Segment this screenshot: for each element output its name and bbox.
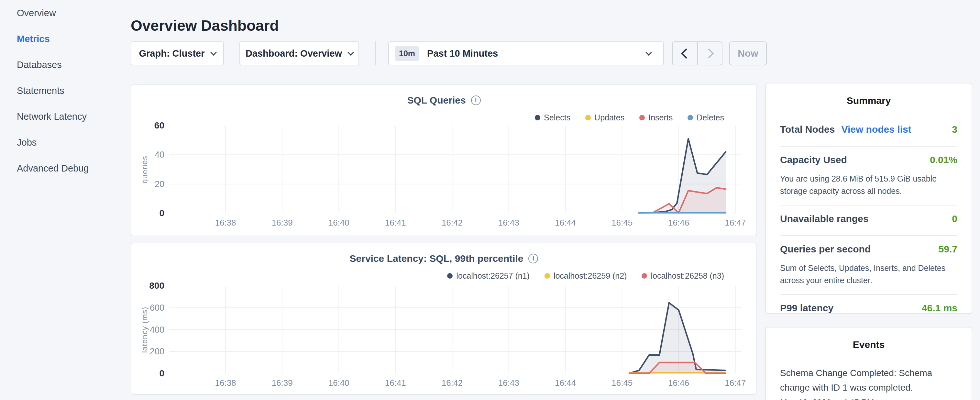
sidebar-item-databases[interactable]: Databases: [17, 59, 126, 70]
x-tick-label: 16:43: [489, 218, 528, 228]
legend-label: Deletes: [697, 113, 724, 122]
legend-item[interactable]: Inserts: [639, 113, 673, 122]
y-tick-label: 20: [137, 179, 164, 189]
chart-title-row: SQL Queries: [131, 95, 756, 106]
event-message: Schema Change Completed: Schema change w…: [780, 366, 935, 395]
y-tick-label: 0: [137, 208, 164, 218]
legend-dot-icon: [639, 115, 645, 120]
summary-row-label: P99 latency: [780, 303, 834, 314]
info-icon[interactable]: [471, 96, 481, 105]
sidebar-item-metrics[interactable]: Metrics: [17, 33, 126, 45]
service-latency-chart-card: Service Latency: SQL, 99th percentile lo…: [131, 243, 757, 395]
sql-queries-plot[interactable]: queries 020406016:3816:3916:4016:4116:42…: [169, 126, 741, 213]
next-time-button[interactable]: [697, 42, 722, 65]
sidebar-item-jobs[interactable]: Jobs: [17, 137, 126, 148]
summary-row-queries-per-second: Queries per second 59.7: [780, 244, 957, 258]
service-latency-plot[interactable]: latency (ms) 020040060080016:3816:3916:4…: [169, 286, 741, 373]
sidebar-item-statements[interactable]: Statements: [17, 85, 126, 96]
x-tick-label: 16:47: [716, 378, 755, 388]
graph-scope-dropdown[interactable]: Graph: Cluster: [131, 41, 224, 65]
graph-scope-dropdown-label: Graph: Cluster: [139, 48, 204, 59]
chart-legend: localhost:26257 (n1)localhost:26259 (n2)…: [447, 271, 724, 280]
dashboard-dropdown[interactable]: Dashboard: Overview: [239, 41, 359, 65]
y-tick-label: 60: [137, 120, 164, 131]
info-icon[interactable]: [528, 254, 538, 263]
x-tick-label: 16:45: [603, 378, 641, 388]
now-button[interactable]: Now: [729, 41, 767, 65]
summary-panel: Summary Total Nodes View nodes list 3 Ca…: [765, 83, 972, 314]
chart-title: SQL Queries: [407, 95, 466, 106]
divider: [780, 205, 957, 206]
time-range-dropdown[interactable]: 10m Past 10 Minutes: [388, 41, 664, 65]
divider: [780, 294, 957, 295]
summary-row-value: 0: [952, 213, 957, 224]
time-step-buttons: [672, 41, 722, 65]
sidebar-item-network-latency[interactable]: Network Latency: [17, 111, 126, 122]
summary-row-total-nodes: Total Nodes View nodes list 3: [780, 124, 957, 138]
x-tick-label: 16:44: [546, 378, 585, 388]
events-heading: Events: [780, 339, 957, 350]
y-tick-label: 600: [137, 303, 164, 313]
legend-item[interactable]: Selects: [535, 113, 570, 122]
legend-label: localhost:26257 (n1): [456, 271, 530, 280]
y-tick-label: 0: [137, 368, 164, 379]
y-axis-label: queries: [140, 131, 150, 209]
x-tick-label: 16:41: [376, 218, 415, 228]
legend-label: localhost:26258 (n3): [651, 271, 724, 280]
x-tick-label: 16:39: [263, 218, 302, 228]
legend-dot-icon: [687, 115, 693, 120]
chevron-left-icon: [681, 48, 691, 59]
legend-item[interactable]: localhost:26257 (n1): [447, 271, 530, 280]
y-tick-label: 200: [137, 346, 164, 357]
summary-row-label: Total Nodes: [780, 124, 835, 135]
view-nodes-list-link[interactable]: View nodes list: [841, 124, 911, 135]
legend-dot-icon: [535, 115, 540, 120]
summary-row-value: 59.7: [939, 244, 957, 255]
summary-row-p99-latency: P99 latency 46.1 ms: [780, 303, 957, 317]
y-tick-label: 400: [137, 325, 164, 335]
x-tick-label: 16:44: [546, 218, 585, 228]
legend-dot-icon: [641, 273, 647, 279]
legend-item[interactable]: localhost:26258 (n3): [641, 271, 724, 280]
summary-row-value: 0.01%: [930, 155, 957, 166]
summary-row-label: Queries per second: [780, 244, 871, 255]
summary-row-description: Sum of Selects, Updates, Inserts, and De…: [780, 262, 957, 287]
controls-divider: [375, 41, 376, 65]
x-tick-label: 16:40: [319, 378, 358, 388]
previous-time-button[interactable]: [673, 42, 697, 65]
events-panel: Events Schema Change Completed: Schema c…: [765, 327, 972, 400]
time-range-badge: 10m: [395, 46, 419, 61]
legend-label: Updates: [594, 113, 624, 122]
x-tick-label: 16:39: [263, 378, 302, 388]
sidebar-item-advanced-debug[interactable]: Advanced Debug: [17, 163, 126, 174]
sidebar: Overview Metrics Databases Statements Ne…: [0, 0, 126, 188]
x-tick-label: 16:42: [433, 378, 471, 388]
x-tick-label: 16:46: [659, 378, 698, 388]
x-tick-label: 16:42: [433, 218, 471, 228]
legend-item[interactable]: Deletes: [687, 113, 724, 122]
time-range-label: Past 10 Minutes: [427, 48, 646, 59]
legend-label: Inserts: [648, 113, 673, 122]
x-tick-label: 16:41: [376, 378, 415, 388]
summary-row-label: Capacity Used: [780, 155, 847, 166]
x-tick-label: 16:38: [206, 378, 245, 388]
summary-row-unavailable-ranges: Unavailable ranges 0: [780, 213, 957, 228]
chevron-down-icon: [210, 49, 217, 56]
sidebar-item-overview[interactable]: Overview: [17, 7, 126, 19]
chart-title: Service Latency: SQL, 99th percentile: [350, 253, 523, 264]
legend-item[interactable]: Updates: [585, 113, 624, 122]
page-title: Overview Dashboard: [131, 16, 279, 35]
event-timestamp: May 13, 2020 at 4:45 PM: [780, 397, 957, 400]
dashboard-dropdown-label: Dashboard: Overview: [245, 48, 342, 59]
sql-queries-chart-card: SQL Queries SelectsUpdatesInsertsDeletes…: [131, 84, 757, 236]
y-tick-label: 40: [137, 150, 164, 160]
summary-row-label: Unavailable ranges: [780, 213, 869, 224]
chevron-right-icon: [704, 48, 714, 58]
x-tick-label: 16:38: [206, 218, 245, 228]
x-tick-label: 16:46: [659, 218, 698, 228]
chevron-down-icon: [646, 49, 652, 56]
summary-row-capacity-used: Capacity Used 0.01%: [780, 155, 957, 169]
chevron-down-icon: [347, 49, 354, 56]
legend-item[interactable]: localhost:26259 (n2): [544, 271, 627, 280]
legend-dot-icon: [447, 273, 453, 279]
